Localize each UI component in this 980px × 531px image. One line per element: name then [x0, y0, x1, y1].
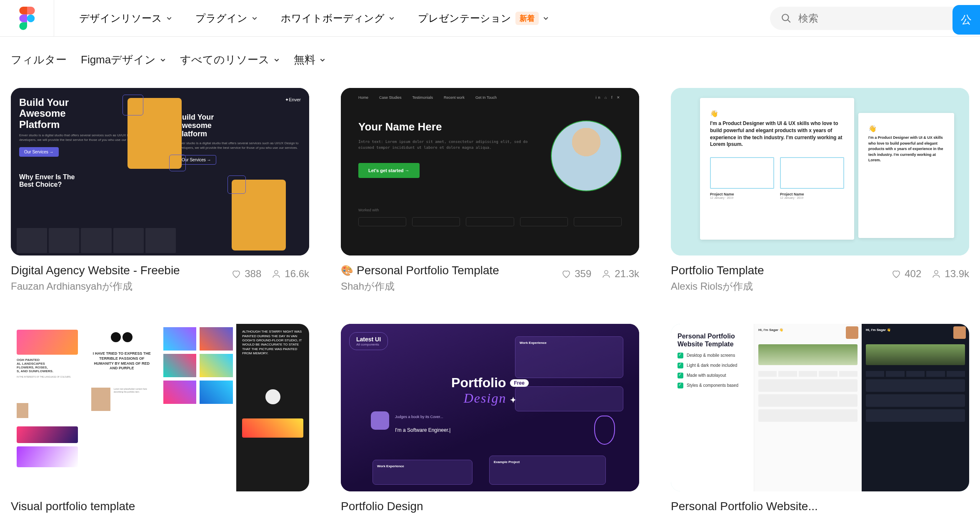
search-bar[interactable]: [770, 7, 970, 30]
svg-point-5: [935, 271, 938, 274]
filter-dropdown-label: Figmaデザイン: [81, 53, 156, 67]
card-title[interactable]: Portfolio Template: [671, 264, 764, 277]
card-thumbnail[interactable]: Home Case Studies Testimonials Recent wo…: [341, 88, 639, 255]
resource-grid: Build Your Awesome Platform Enver studio…: [0, 75, 980, 526]
thumb-text: I'm a Product Designer with UI & UX skil…: [868, 135, 944, 163]
nav-label: プラグイン: [195, 12, 248, 25]
filter-dropdown-label: 無料: [294, 53, 315, 67]
thumb-logo: ✦Enver: [177, 97, 301, 103]
heart-icon: [561, 269, 571, 279]
resource-card: Latest UIAll components Work Experience …: [341, 324, 639, 513]
users-count: 13.9k: [945, 268, 969, 280]
likes-count: 402: [905, 268, 921, 280]
likes-stat[interactable]: 388: [231, 268, 261, 280]
thumb-subheading: Why Enver Is The Best Choice?: [19, 173, 143, 188]
resource-card: OGH PAINTED AL LANDSCAPES FLOWERS, ROSES…: [11, 324, 309, 513]
chevron-down-icon: [166, 15, 172, 21]
card-title[interactable]: Personal Portfolio Website...: [671, 500, 818, 513]
thumb-nav: Home Case Studies Testimonials Recent wo…: [358, 95, 622, 100]
svg-line-2: [788, 20, 790, 23]
thumb-text: Enver studio is a digital studio that of…: [19, 133, 143, 142]
user-icon: [271, 269, 281, 279]
resource-card: Build Your Awesome Platform Enver studio…: [11, 88, 309, 293]
logo-wrap[interactable]: [0, 0, 54, 37]
filter-label: フィルター: [11, 53, 67, 67]
likes-count: 388: [245, 268, 261, 280]
top-header: デザインリソース プラグイン ホワイトボーディング プレゼンテーション 新着 公: [0, 0, 980, 37]
thumb-name: Your Name Here: [358, 120, 542, 133]
chevron-down-icon: [389, 15, 395, 21]
card-title[interactable]: 🎨 Personal Portfolio Template: [341, 264, 499, 277]
users-stat: 16.6k: [271, 268, 309, 280]
card-thumbnail[interactable]: Latest UIAll components Work Experience …: [341, 324, 639, 491]
filter-free[interactable]: 無料: [294, 53, 325, 67]
filter-figma-design[interactable]: Figmaデザイン: [81, 53, 166, 67]
nav-label: プレゼンテーション: [418, 12, 511, 25]
figma-logo-icon: [19, 7, 35, 30]
resource-card: Home Case Studies Testimonials Recent wo…: [341, 88, 639, 293]
publish-button[interactable]: 公: [952, 5, 980, 35]
likes-count: 359: [575, 268, 591, 280]
likes-stat[interactable]: 402: [891, 268, 921, 280]
user-icon: [601, 269, 611, 279]
thumb-heading: Personal Portfolio Website Template: [678, 332, 747, 348]
thumb-badge: Latest UIAll components: [349, 332, 388, 350]
card-thumbnail[interactable]: Build Your Awesome Platform Enver studio…: [11, 88, 309, 255]
search-icon: [781, 13, 792, 24]
thumb-heading: Build Your Awesome Platform: [177, 113, 301, 138]
card-thumbnail[interactable]: 👋 I'm a Product Designer with UI & UX sk…: [671, 88, 969, 255]
card-author[interactable]: Shahが作成: [341, 280, 499, 293]
user-icon: [931, 269, 941, 279]
thumb-text: Intro text: Lorem ipsum dolor sit amet, …: [358, 139, 542, 150]
users-count: 16.6k: [285, 268, 309, 280]
thumb-text: ALTHOUGH THE STARRY NIGHT WAS PAINTED DU…: [242, 330, 303, 356]
chevron-down-icon: [160, 57, 166, 63]
thumb-logos: [358, 217, 622, 226]
resource-card: 👋 I'm a Product Designer with UI & UX sk…: [671, 88, 969, 293]
chevron-down-icon: [543, 15, 549, 21]
filter-all-resources[interactable]: すべてのリソース: [180, 53, 280, 67]
svg-point-0: [27, 14, 35, 22]
thumb-text: I'm a Product Designer with UI & UX skil…: [710, 120, 844, 148]
card-author[interactable]: Alexis Riolsが作成: [671, 280, 764, 293]
chevron-down-icon: [320, 57, 325, 63]
card-title[interactable]: Digital Agency Website - Freebie: [11, 264, 180, 277]
thumb-quote: I HAVE TRIED TO EXPRESS THE TERRIBLE PAS…: [91, 351, 152, 371]
card-author[interactable]: Fauzan Ardhiansyahが作成: [11, 280, 180, 293]
card-thumbnail[interactable]: OGH PAINTED AL LANDSCAPES FLOWERS, ROSES…: [11, 324, 309, 491]
users-count: 21.3k: [615, 268, 639, 280]
card-thumbnail[interactable]: Personal Portfolio Website Template Desk…: [671, 324, 969, 491]
chevron-down-icon: [274, 57, 280, 63]
thumb-worked-label: Worked with: [358, 208, 622, 212]
nav-label: デザインリソース: [79, 12, 162, 25]
nav-design-resources[interactable]: デザインリソース: [79, 12, 172, 25]
thumb-text: OGH PAINTED AL LANDSCAPES FLOWERS, ROSES…: [17, 358, 78, 373]
thumb-subtitle: I'm a Software Engineer.|: [395, 427, 450, 433]
card-title[interactable]: Portfolio Design: [341, 500, 423, 513]
likes-stat[interactable]: 359: [561, 268, 591, 280]
primary-nav: デザインリソース プラグイン ホワイトボーディング プレゼンテーション 新着: [79, 12, 770, 25]
nav-label: ホワイトボーディング: [281, 12, 385, 25]
palette-icon: 🎨: [341, 265, 353, 276]
users-stat: 21.3k: [601, 268, 639, 280]
chevron-down-icon: [252, 15, 258, 21]
wave-icon: 👋: [868, 125, 944, 133]
thumb-cta: Let's get started →: [358, 163, 420, 178]
wave-icon: 👋: [710, 110, 844, 118]
heart-icon: [891, 269, 901, 279]
thumb-avatar: [551, 120, 622, 191]
filter-dropdown-label: すべてのリソース: [180, 53, 270, 67]
thumb-text: Enver studio is a digital studio that of…: [177, 141, 301, 150]
filter-bar: フィルター Figmaデザイン すべてのリソース 無料: [0, 37, 980, 75]
search-input[interactable]: [798, 13, 959, 24]
nav-whiteboarding[interactable]: ホワイトボーディング: [281, 12, 395, 25]
card-title[interactable]: Visual portfolio template: [11, 500, 135, 513]
heart-icon: [231, 269, 241, 279]
svg-point-3: [275, 271, 278, 274]
nav-presentation[interactable]: プレゼンテーション 新着: [418, 12, 549, 25]
svg-point-1: [782, 14, 788, 20]
new-badge: 新着: [515, 12, 539, 25]
thumb-cta: Our Services →: [19, 147, 59, 157]
users-stat: 13.9k: [931, 268, 969, 280]
nav-plugins[interactable]: プラグイン: [195, 12, 258, 25]
